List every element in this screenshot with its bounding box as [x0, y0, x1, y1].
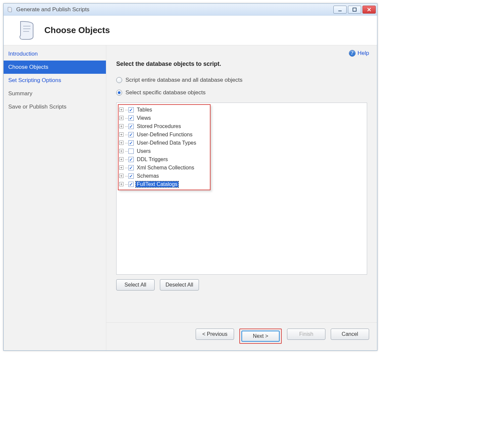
tree-item[interactable]: +····DDL Triggers [119, 155, 364, 163]
expand-icon[interactable]: + [119, 141, 123, 145]
help-label: Help [358, 50, 369, 57]
tree-item-label: DDL Triggers [136, 157, 169, 162]
titlebar: Generate and Publish Scripts [4, 4, 377, 16]
finish-button: Finish [287, 329, 325, 340]
tree-checkbox[interactable] [128, 165, 134, 170]
select-all-button[interactable]: Select All [116, 279, 155, 291]
tree-item[interactable]: +····Stored Procedures [119, 122, 364, 130]
tree-leader-icon: ···· [125, 165, 128, 170]
tree-item[interactable]: +····User-Defined Functions [119, 130, 364, 139]
tree-item-label: Users [136, 148, 152, 154]
sidebar-item-summary[interactable]: Summary [4, 87, 106, 100]
tree-item-label: Stored Procedures [136, 123, 182, 129]
app-icon [6, 6, 14, 13]
tree-item[interactable]: +····Tables [119, 106, 364, 114]
help-link[interactable]: ? Help [106, 45, 377, 57]
tree-item[interactable]: +····Schemas [119, 172, 364, 180]
tree-item-label: FullText Catalogs [136, 181, 178, 187]
expand-icon[interactable]: + [119, 165, 123, 170]
next-button[interactable]: Next > [241, 331, 280, 342]
expand-icon[interactable]: + [119, 108, 123, 112]
tree-checkbox[interactable] [128, 107, 134, 112]
svg-rect-1 [353, 8, 356, 11]
sidebar-item-set-scripting-options[interactable]: Set Scripting Options [4, 74, 106, 87]
object-tree[interactable]: +····Tables+····Views+····Stored Procedu… [116, 103, 367, 275]
annotation-box: Next > [239, 329, 282, 344]
expand-icon[interactable]: + [119, 182, 123, 186]
wizard-window: Generate and Publish Scripts Choose Obje… [3, 3, 377, 351]
expand-icon[interactable]: + [119, 116, 123, 120]
tree-leader-icon: ···· [125, 141, 128, 145]
tree-leader-icon: ···· [125, 108, 128, 112]
tree-item[interactable]: +····FullText Catalogs [119, 180, 364, 188]
tree-item[interactable]: +····Xml Schema Collections [119, 163, 364, 172]
expand-icon[interactable]: + [119, 157, 123, 161]
radio-icon [116, 90, 122, 96]
tree-item[interactable]: +····Users [119, 147, 364, 155]
header-band: Choose Objects [4, 16, 377, 45]
tree-leader-icon: ···· [125, 174, 128, 178]
radio-label: Select specific database objects [125, 89, 206, 96]
radio-select-specific[interactable]: Select specific database objects [106, 88, 377, 101]
tree-leader-icon: ···· [125, 116, 128, 120]
tree-checkbox[interactable] [128, 149, 134, 154]
close-button[interactable] [362, 6, 376, 14]
tree-item-label: Tables [136, 107, 153, 113]
expand-icon[interactable]: + [119, 174, 123, 178]
radio-script-entire[interactable]: Script entire database and all database … [106, 75, 377, 88]
tree-item-label: User-Defined Data Types [136, 140, 197, 146]
maximize-button[interactable] [348, 6, 361, 14]
sidebar-item-choose-objects[interactable]: Choose Objects [4, 61, 106, 74]
script-icon [15, 19, 38, 42]
tree-leader-icon: ···· [125, 132, 128, 137]
window-title: Generate and Publish Scripts [16, 6, 89, 13]
expand-icon[interactable]: + [119, 132, 123, 137]
section-heading: Select the database objects to script. [106, 57, 377, 75]
wizard-sidebar: Introduction Choose Objects Set Scriptin… [4, 45, 106, 350]
sidebar-item-save-or-publish[interactable]: Save or Publish Scripts [4, 100, 106, 113]
tree-leader-icon: ···· [125, 124, 128, 129]
tree-checkbox[interactable] [128, 157, 134, 162]
tree-item-label: Views [136, 115, 152, 121]
tree-leader-icon: ···· [125, 149, 128, 154]
radio-icon [116, 77, 122, 83]
tree-checkbox[interactable] [128, 132, 134, 137]
tree-item-label: Xml Schema Collections [136, 165, 195, 171]
wizard-main: ? Help Select the database objects to sc… [106, 45, 377, 350]
tree-item[interactable]: +····Views [119, 114, 364, 122]
tree-leader-icon: ···· [125, 182, 128, 187]
previous-button[interactable]: < Previous [196, 329, 234, 340]
tree-checkbox[interactable] [128, 182, 134, 187]
tree-checkbox[interactable] [128, 173, 134, 179]
tree-item[interactable]: +····User-Defined Data Types [119, 139, 364, 147]
tree-leader-icon: ···· [125, 157, 128, 162]
tree-checkbox[interactable] [128, 124, 134, 129]
sidebar-item-introduction[interactable]: Introduction [4, 47, 106, 61]
tree-checkbox[interactable] [128, 140, 134, 146]
tree-item-label: User-Defined Functions [136, 132, 193, 138]
help-icon: ? [349, 50, 356, 57]
expand-icon[interactable]: + [119, 124, 123, 128]
minimize-button[interactable] [333, 6, 347, 14]
deselect-all-button[interactable]: Deselect All [160, 279, 199, 291]
wizard-footer: < Previous Next > Finish Cancel [106, 322, 377, 350]
tree-checkbox[interactable] [128, 115, 134, 121]
svg-rect-0 [338, 11, 342, 11]
wizard-body: Introduction Choose Objects Set Scriptin… [4, 45, 377, 350]
tree-item-label: Schemas [136, 173, 160, 179]
radio-label: Script entire database and all database … [125, 77, 242, 83]
expand-icon[interactable]: + [119, 149, 123, 153]
cancel-button[interactable]: Cancel [331, 329, 369, 340]
page-title: Choose Objects [44, 25, 110, 35]
